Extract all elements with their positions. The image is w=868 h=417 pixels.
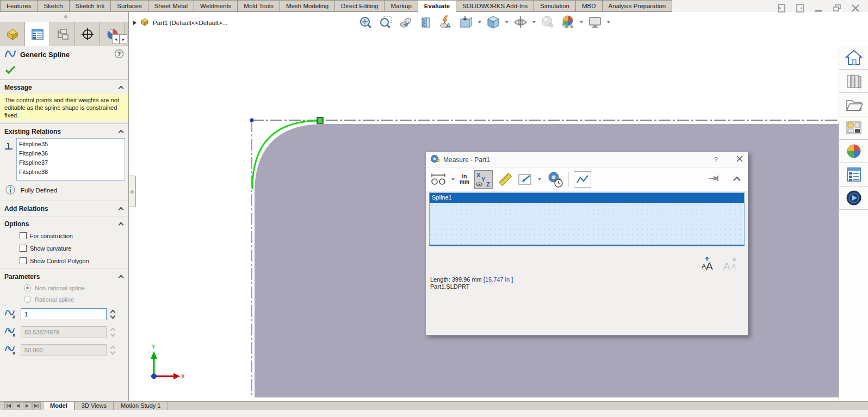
custom-properties-button[interactable] [839,163,868,186]
tab-mesh-modeling[interactable]: Mesh Modeling [280,0,335,12]
non-rational-spline-option[interactable]: Non-rational spline [0,282,128,294]
tab-evaluate[interactable]: Evaluate [418,0,456,12]
tab-sheet-metal[interactable]: Sheet Metal [148,0,194,12]
apply-scene-caret-icon[interactable] [580,21,583,23]
add-relations-section-header[interactable]: Add Relations [0,203,128,214]
relation-item[interactable]: Fitspline37 [19,158,122,167]
view-settings-caret-icon[interactable] [607,21,610,23]
rational-spline-option[interactable]: Rational spline [0,294,128,305]
relation-item[interactable]: Fitspline38 [19,167,122,177]
hide-show-items-caret-icon[interactable] [532,21,536,23]
threed-views-tab[interactable]: 3D Views [75,402,114,410]
spline-point-number-spinner[interactable] [110,310,115,318]
tab-surfaces[interactable]: Surfaces [111,0,148,12]
motion-study-tab[interactable]: Motion Study 1 [114,402,168,410]
dialog-close-icon[interactable] [736,155,743,164]
next-tab-icon[interactable] [23,402,32,409]
show-curvature-checkbox[interactable] [20,245,27,252]
zoom-to-fit-icon[interactable] [357,14,374,30]
panel-collapse-handle[interactable] [129,176,136,207]
options-section-header[interactable]: Options [0,218,128,229]
file-explorer-button[interactable] [839,93,868,116]
view-orientation-caret-icon[interactable] [478,21,481,23]
measurement-history-icon[interactable] [546,171,563,188]
breadcrumb[interactable]: Part1 (Default<<Default>... [133,17,227,28]
tab-simulation[interactable]: Simulation [534,0,576,12]
measure-selection-list[interactable]: Spline1 [429,192,745,246]
solidworks-forum-button[interactable] [839,186,868,210]
design-library-button[interactable] [839,70,868,93]
featuremanager-tree-tab[interactable] [0,22,25,46]
units-precision-button[interactable]: inmm [460,174,469,185]
show-control-polygon-checkbox[interactable] [20,257,27,264]
tab-weldments[interactable]: Weldments [194,0,238,12]
tab-mbd[interactable]: MBD [576,0,603,12]
dimxpertmanager-tab[interactable] [75,22,100,46]
collapse-chevron-icon[interactable] [119,130,124,135]
last-tab-icon[interactable] [32,402,41,409]
scroll-left-icon[interactable]: ◂ [112,34,120,44]
dialog-help-icon[interactable]: ? [714,155,718,164]
configurationmanager-tab[interactable] [50,22,75,46]
collapse-right-pane-icon[interactable] [795,3,805,13]
display-style-caret-icon[interactable] [505,21,509,23]
propertymanager-tab[interactable] [25,22,50,46]
help-icon[interactable]: ? [114,49,124,60]
arc-circle-measurements-caret-icon[interactable] [451,178,455,181]
panel-splitter[interactable] [0,12,128,22]
hide-show-items-icon[interactable] [512,14,529,30]
tab-direct-editing[interactable]: Direct Editing [335,0,385,12]
show-control-polygon-option[interactable]: Show Control Polygon [0,254,128,267]
show-curvature-option[interactable]: Show curvature [0,242,128,254]
relation-item[interactable]: Fitspline35 [19,140,122,149]
collapse-chevron-icon[interactable] [119,222,124,228]
previous-view-icon[interactable] [398,14,414,30]
measure-dialog[interactable]: Measure - Part1 ? inmm XYZ Spline1 AA AA… [425,152,748,335]
collapse-left-pane-icon[interactable] [777,3,786,13]
appearances-scenes-button[interactable] [839,140,868,163]
collapse-chevron-icon[interactable] [119,86,124,91]
tab-markup[interactable]: Markup [385,0,418,12]
collapse-chevron-icon[interactable] [119,207,124,213]
view-orientation-icon[interactable] [458,14,474,30]
section-view-icon[interactable] [418,14,434,30]
arc-circle-measurements-icon[interactable] [430,172,447,186]
for-construction-option[interactable]: For construction [0,229,128,242]
selected-entity-row[interactable]: Spline1 [430,193,744,203]
collapse-dialog-chevron-icon[interactable] [733,176,741,183]
view-palette-button[interactable] [839,116,868,140]
pin-icon[interactable] [708,174,721,184]
tab-solidworks-add-ins[interactable]: SOLIDWORKS Add-Ins [456,0,534,12]
tab-analysis-preparation[interactable]: Analysis Preparation [603,0,672,12]
model-tab[interactable]: Model [43,402,75,410]
for-construction-checkbox[interactable] [20,232,27,239]
point-to-point-icon[interactable] [498,172,513,187]
increase-font-icon[interactable]: AA [701,257,715,272]
ok-checkmark-icon[interactable] [5,65,16,76]
show-xyz-measurements-button[interactable]: XYZ [474,170,493,189]
tab-sketch-ink[interactable]: Sketch Ink [70,0,111,12]
rational-spline-radio[interactable] [24,296,31,303]
message-section-header[interactable]: Message [0,82,128,93]
projected-on-caret-icon[interactable] [538,178,541,181]
view-settings-icon[interactable] [587,14,603,30]
apply-scene-icon[interactable] [560,14,576,30]
spline-point-number-input[interactable]: 1 [21,308,107,320]
existing-relations-section-header[interactable]: Existing Relations [0,126,128,137]
parameters-section-header[interactable]: Parameters [0,271,128,282]
first-tab-icon[interactable] [4,402,13,409]
non-rational-spline-radio[interactable] [24,284,31,291]
display-style-icon[interactable] [485,14,501,30]
restore-icon[interactable] [832,3,842,13]
solidworks-resources-button[interactable] [839,46,868,70]
edit-appearance-icon[interactable] [540,14,556,30]
relation-item[interactable]: Fitspline36 [19,149,122,158]
measure-dialog-titlebar[interactable]: Measure - Part1 ? [426,152,748,167]
collapse-chevron-icon[interactable] [119,275,124,281]
minimize-icon[interactable] [814,3,823,13]
decrease-font-icon[interactable]: AA [723,257,737,272]
tab-features[interactable]: Features [0,0,38,12]
tab-sketch[interactable]: Sketch [38,0,69,12]
tab-mold-tools[interactable]: Mold Tools [238,0,280,12]
zoom-to-area-icon[interactable] [377,14,394,30]
